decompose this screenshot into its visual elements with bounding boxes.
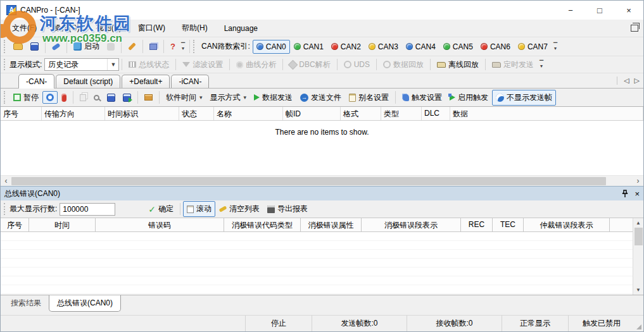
clear-list-button[interactable]: 清空列表 <box>215 201 263 217</box>
col-tec[interactable]: TEC <box>493 218 524 231</box>
can-channel-can3[interactable]: CAN3 <box>365 40 402 54</box>
data-send-button[interactable]: 数据发送 <box>250 90 296 106</box>
pin-icon[interactable] <box>622 190 628 198</box>
stop-button[interactable] <box>103 40 118 53</box>
can-channel-can0[interactable]: CAN0 <box>253 40 290 54</box>
tab-search-results[interactable]: 搜索结果 <box>3 296 49 311</box>
can-channel-can5[interactable]: CAN5 <box>439 40 477 54</box>
library-button[interactable] <box>146 41 161 52</box>
filter-settings-button[interactable]: 滤波设置 <box>179 57 227 73</box>
help-button[interactable]: ? <box>167 39 179 54</box>
offline-playback-button[interactable]: 离线回放 <box>433 57 483 73</box>
dbc-parse-button[interactable]: DBC解析 <box>286 57 334 73</box>
copy-button[interactable] <box>76 92 90 104</box>
tab-default-plus[interactable]: +Default+ <box>122 75 170 88</box>
start-button[interactable]: 启动 <box>70 39 103 54</box>
menu-view[interactable]: 视图(V) <box>90 20 128 36</box>
col-frame-id[interactable]: 帧ID <box>283 107 341 120</box>
data-playback-button[interactable]: 数据回放 <box>379 57 427 73</box>
minimize-button[interactable]: − <box>556 1 585 20</box>
tab-scroll-left-icon[interactable]: ◁ <box>624 77 629 85</box>
menu-operate[interactable]: 操作(O) <box>47 20 85 36</box>
toolbar-overflow-button[interactable]: ▔▾ <box>552 44 559 50</box>
col-data[interactable]: 数据 <box>450 107 643 120</box>
bus-status-button[interactable]: 总线状态 <box>125 57 173 73</box>
max-rows-input[interactable] <box>60 203 115 216</box>
send-file-button[interactable]: →发送文件 <box>296 90 345 106</box>
col-direction[interactable]: 传输方向 <box>42 107 105 120</box>
pause-button[interactable]: 暂停 <box>9 90 42 106</box>
package-button[interactable] <box>141 92 156 103</box>
confirm-button[interactable]: ✓确定 <box>144 201 177 217</box>
col-type[interactable]: 类型 <box>381 107 422 120</box>
scroll-down-icon[interactable]: ▼ <box>636 285 641 295</box>
settings-button[interactable] <box>124 42 140 51</box>
scroll-right-icon[interactable]: › <box>633 176 643 186</box>
tab-bus-error[interactable]: 总线错误(CAN0) <box>49 295 121 312</box>
col-err-seq[interactable]: 序号 <box>1 218 29 231</box>
tab-default-script[interactable]: Default (script) <box>56 75 120 88</box>
horizontal-scrollbar[interactable]: ‹ › <box>1 175 643 186</box>
record-button[interactable] <box>58 91 70 104</box>
close-button[interactable]: × <box>614 1 643 20</box>
curve-analysis-button[interactable]: 曲线分析 <box>232 57 280 73</box>
col-status[interactable]: 状态 <box>179 107 214 120</box>
can-channel-can4[interactable]: CAN4 <box>402 40 439 54</box>
toolbar-grip[interactable] <box>4 59 7 70</box>
trigger-settings-button[interactable]: 触发设置 <box>398 90 446 106</box>
col-err-code-type[interactable]: 消极错误代码类型 <box>224 218 301 231</box>
toolbar-grip[interactable] <box>4 91 7 104</box>
toolbar-overflow-button[interactable]: ▔▾ <box>538 61 545 68</box>
alias-settings-button[interactable]: 别名设置 <box>345 90 393 106</box>
tab-scroll-right-icon[interactable]: ▷ <box>635 77 640 85</box>
software-time-dropdown[interactable]: 软件时间▾ <box>162 90 206 106</box>
tab-can[interactable]: -CAN- <box>18 74 54 88</box>
open-file-button[interactable] <box>9 40 27 52</box>
uds-button[interactable]: UDS <box>340 58 374 71</box>
menu-file[interactable]: 文件(F) <box>6 20 43 36</box>
save-run-button[interactable] <box>119 91 135 104</box>
scroll-toggle-button[interactable] <box>42 91 58 104</box>
tab-ican[interactable]: -iCAN- <box>171 75 209 88</box>
timed-send-button[interactable]: 定时发送 <box>488 57 538 73</box>
resize-grip[interactable] <box>635 316 643 331</box>
enable-trigger-button[interactable]: 启用触发 <box>446 90 492 106</box>
maximize-button[interactable]: □ <box>585 1 614 20</box>
toolbar-grip[interactable] <box>193 40 196 52</box>
scroll-left-icon[interactable]: ‹ <box>1 176 11 186</box>
menu-help[interactable]: 帮助(H) <box>175 20 214 36</box>
display-style-dropdown[interactable]: 显示方式▾ <box>206 90 251 106</box>
col-timestamp[interactable]: 时间标识 <box>105 107 179 120</box>
menu-language[interactable]: Language <box>218 22 264 35</box>
toolbar-grip[interactable] <box>4 203 7 215</box>
can-channel-can2[interactable]: CAN2 <box>327 40 365 54</box>
export-report-button[interactable]: 导出报表 <box>263 201 312 217</box>
menu-window[interactable]: 窗口(W) <box>132 20 172 36</box>
toolbar-grip[interactable] <box>4 40 7 52</box>
col-err-time[interactable]: 时间 <box>29 218 96 231</box>
can-channel-can7[interactable]: CAN7 <box>514 40 552 54</box>
save-file-button[interactable] <box>27 40 42 53</box>
edit-button[interactable] <box>48 42 64 51</box>
col-err-code[interactable]: 错误码 <box>96 218 224 231</box>
col-seq[interactable]: 序号 <box>1 107 42 120</box>
scroll-button[interactable]: 滚动 <box>183 201 215 217</box>
scrollbar-thumb[interactable] <box>635 228 643 245</box>
toolbar-overflow-button[interactable]: ▔▾ <box>179 44 187 50</box>
hide-tx-frames-button[interactable]: 不显示发送帧 <box>492 90 556 106</box>
vertical-scrollbar[interactable]: ▲ ▼ <box>633 218 643 295</box>
col-arb-segment[interactable]: 仲裁错误段表示 <box>524 218 610 231</box>
scroll-up-icon[interactable]: ▲ <box>636 218 641 228</box>
col-err-segment[interactable]: 消极错误段表示 <box>362 218 461 231</box>
col-rec[interactable]: REC <box>461 218 493 231</box>
search-button[interactable] <box>90 92 103 103</box>
scrollbar-thumb[interactable] <box>11 177 606 185</box>
col-format[interactable]: 格式 <box>341 107 381 120</box>
save-data-button[interactable] <box>103 91 119 104</box>
col-err-attr[interactable]: 消极错误属性 <box>301 218 362 231</box>
display-mode-select[interactable]: 历史记录 ▼ <box>44 58 119 71</box>
col-name[interactable]: 名称 <box>214 107 283 120</box>
panel-close-icon[interactable]: × <box>635 190 640 198</box>
col-dlc[interactable]: DLC <box>422 107 450 120</box>
mdi-restore-icon[interactable] <box>631 25 638 32</box>
